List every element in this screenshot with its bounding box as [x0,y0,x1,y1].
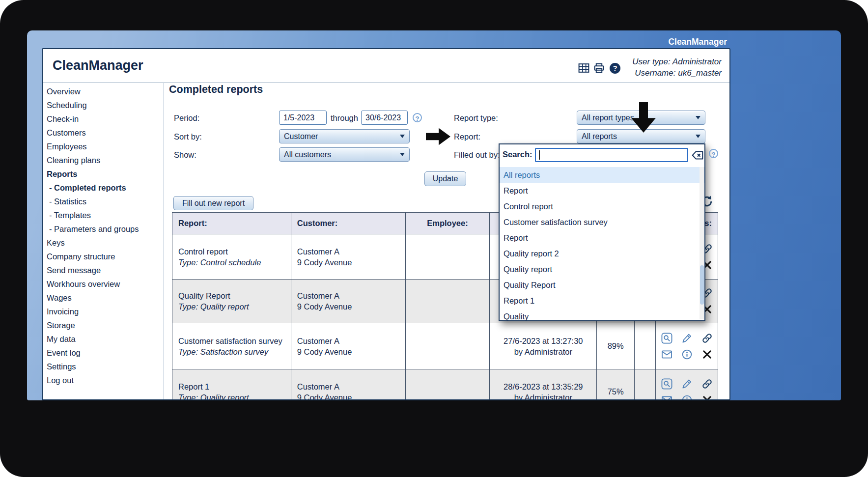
link-icon[interactable] [701,378,713,390]
chevron-down-icon [696,116,700,119]
dropdown-option[interactable]: Quality report [500,261,704,277]
dropdown-option[interactable]: Report [500,183,704,198]
customer-name: Customer A [297,381,399,392]
report-dropdown-panel: Search: All reports Report Control repor… [499,143,705,321]
sidebar-item-log-out[interactable]: Log out [43,373,164,387]
fill-out-new-report-button[interactable]: Fill out new report [173,196,253,210]
edit-icon[interactable] [681,333,693,344]
period-to-input[interactable] [361,111,408,125]
sidebar-item-storage[interactable]: Storage [43,318,164,332]
period-label: Period: [174,113,199,123]
col-header-employee: Employee: [406,213,490,234]
search-input[interactable] [535,148,688,162]
dropdown-option[interactable]: Quality [500,309,704,321]
row-actions [656,323,718,369]
filled-date: 27/6-2023 at 13:27:30 [496,336,590,346]
sidebar-item-completed-reports[interactable]: - Completed reports [43,181,164,195]
report-name: Report 1 [178,381,285,392]
chevron-down-icon [400,153,405,156]
mail-icon[interactable] [661,349,672,360]
app-title: CleanManager [53,58,143,73]
percent-cell: 75% [597,369,635,400]
user-info: User type: Administrator Username: uk6_m… [632,56,722,79]
device-frame: CleanManager CleanManager User type: Adm… [0,0,868,477]
clear-input-icon[interactable] [691,149,704,162]
customer-address: 9 Cody Avenue [297,392,399,401]
sort-by-label: Sort by: [174,132,202,141]
customer-address: 9 Cody Avenue [297,346,399,357]
col-header-customer: Customer: [291,213,406,234]
period-from-input[interactable] [279,111,327,125]
customer-name: Customer A [297,336,399,346]
employee-cell [406,280,490,323]
sort-by-value: Customer [284,132,318,141]
chevron-down-icon [400,135,405,138]
empty-cell [635,323,656,369]
customer-name: Customer A [297,290,399,301]
sidebar-item-keys[interactable]: Keys [43,236,164,250]
report-name: Control report [178,246,285,257]
sidebar-item-invoicing[interactable]: Invoicing [43,305,164,318]
help-icon[interactable] [413,113,422,122]
help-icon[interactable] [610,63,620,74]
delete-icon[interactable] [701,349,713,360]
sidebar-item-parameters-and-groups[interactable]: - Parameters and groups [43,222,164,236]
sidebar-item-check-in[interactable]: Check-in [43,112,164,126]
sidebar-item-company-structure[interactable]: Company structure [43,250,164,263]
update-button[interactable]: Update [424,171,466,186]
dropdown-option[interactable]: Customer satisfaction survey [500,214,704,230]
table-row: Customer satisfaction survey Type: Satis… [172,323,718,369]
info-icon[interactable] [681,394,693,401]
print-icon[interactable] [593,62,605,74]
sidebar-item-workhours-overview[interactable]: Workhours overview [43,277,164,291]
show-select[interactable]: All customers [279,147,410,162]
dropdown-option[interactable]: Report 1 [500,293,704,309]
info-icon[interactable] [681,349,693,360]
employee-cell [406,369,490,400]
delete-icon[interactable] [701,394,713,401]
report-select[interactable]: All reports [577,129,705,143]
header-divider [43,83,729,83]
sidebar-item-templates[interactable]: - Templates [43,208,164,222]
sort-by-select[interactable]: Customer [279,129,410,143]
username: Username: uk6_master [632,67,722,79]
link-icon[interactable] [701,333,713,344]
search-label: Search: [503,150,532,159]
filled-by: by Administrator [496,346,590,357]
dropdown-option[interactable]: All reports [500,167,704,183]
table-icon[interactable] [578,62,590,74]
sidebar-item-scheduling[interactable]: Scheduling [43,98,164,112]
dropdown-option[interactable]: Quality report 2 [500,246,704,261]
sidebar-item-employees[interactable]: Employees [43,140,164,153]
sidebar-item-statistics[interactable]: - Statistics [43,195,164,208]
employee-cell [406,234,490,280]
dropdown-option[interactable]: Report [500,230,704,246]
search-icon[interactable] [661,378,672,390]
sidebar-item-settings[interactable]: Settings [43,360,164,373]
sidebar-item-event-log[interactable]: Event log [43,346,164,360]
search-icon[interactable] [661,333,672,344]
app-window: CleanManager CleanManager User type: Adm… [27,30,841,400]
customer-address: 9 Cody Avenue [297,257,399,268]
dropdown-option[interactable]: Control report [500,198,704,214]
sidebar-item-cleaning-plans[interactable]: Cleaning plans [43,153,164,167]
col-header-report: Report: [172,213,291,234]
help-icon[interactable] [709,149,718,158]
edit-icon[interactable] [681,378,693,390]
dropdown-option[interactable]: Quality Report [500,277,704,293]
sidebar-item-wages[interactable]: Wages [43,291,164,305]
sidebar-item-send-message[interactable]: Send message [43,263,164,277]
mail-icon[interactable] [661,394,672,401]
sidebar-divider [164,83,164,399]
report-name: Customer satisfaction survey [178,336,285,346]
screenshot-stage: CleanManager CleanManager User type: Adm… [0,0,868,477]
row-actions [656,369,718,400]
sidebar-item-my-data[interactable]: My data [43,332,164,346]
sidebar-item-customers[interactable]: Customers [43,126,164,140]
table-row: Report 1 Type: Quality report Customer A… [172,369,718,400]
sidebar-item-overview[interactable]: Overview [43,84,164,98]
show-label: Show: [174,150,196,160]
sidebar-item-reports[interactable]: Reports [43,167,164,181]
customer-name: Customer A [297,246,399,257]
scrollbar-thumb[interactable] [700,265,704,305]
